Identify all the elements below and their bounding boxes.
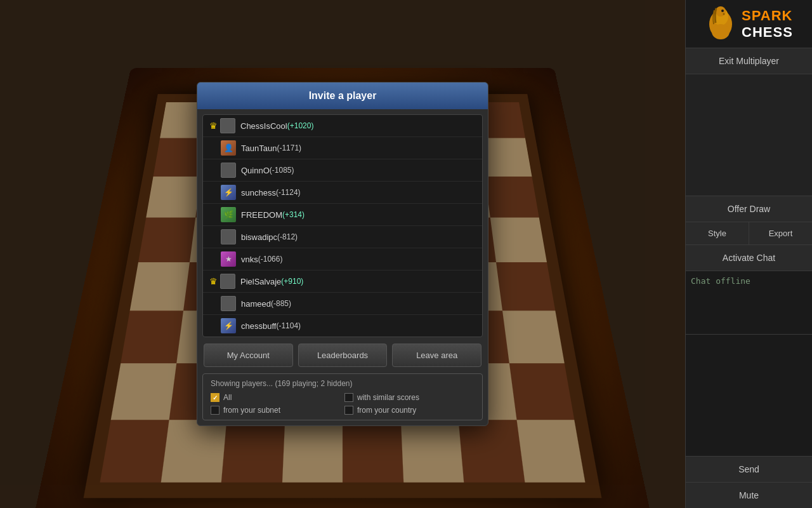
- player-avatar: ⚡: [221, 318, 236, 333]
- filter-title: Showing players... (169 playing; 2 hidde…: [211, 379, 475, 388]
- filter-checkbox-all[interactable]: ✓: [211, 393, 219, 402]
- player-avatar: [221, 296, 236, 311]
- filter-label-all: All: [223, 393, 232, 402]
- leave-area-button[interactable]: Leave area: [392, 344, 481, 367]
- player-item[interactable]: hameed (-885): [203, 293, 482, 315]
- filter-options: ✓Allwith similar scoresfrom your subnetf…: [211, 393, 475, 415]
- filter-label-from_country: from your country: [357, 406, 416, 415]
- player-score: (-1171): [277, 144, 301, 152]
- player-name: hameed: [241, 299, 271, 309]
- player-name: PielSalvaje: [240, 277, 281, 286]
- filter-option-from_subnet[interactable]: from your subnet: [211, 406, 341, 415]
- filter-section: Showing players... (169 playing; 2 hidde…: [202, 373, 483, 420]
- svg-point-5: [712, 24, 730, 39]
- player-item[interactable]: 👤TaunTaun (-1171): [203, 137, 482, 159]
- player-name: sunchess: [241, 188, 276, 197]
- filter-option-from_country[interactable]: from your country: [344, 406, 475, 415]
- player-item[interactable]: ★vnks (-1066): [203, 248, 482, 271]
- player-item[interactable]: biswadipc (-812): [203, 226, 482, 248]
- player-score: (-1066): [258, 255, 283, 264]
- player-score: (-812): [277, 232, 298, 241]
- player-name: biswadipc: [241, 232, 277, 242]
- player-name: vnks: [241, 255, 258, 264]
- player-avatar: [221, 163, 236, 178]
- export-button[interactable]: Export: [749, 222, 812, 244]
- filter-checkbox-similar_scores[interactable]: [344, 393, 353, 402]
- style-button[interactable]: Style: [686, 222, 749, 244]
- logo-text: SPARK CHESS: [742, 8, 793, 41]
- player-score: (+910): [281, 277, 303, 286]
- player-item[interactable]: ⚡chessbuff (-1104): [203, 315, 482, 337]
- dialog-body: ♛ChessIsCool (+1020)👤TaunTaun (-1171)Qui…: [197, 109, 488, 425]
- player-avatar: 🌿: [221, 207, 236, 222]
- filter-label-from_subnet: from your subnet: [223, 406, 280, 415]
- svg-point-3: [721, 10, 724, 12]
- filter-option-all[interactable]: ✓All: [211, 393, 341, 402]
- crown-icon: ♛: [209, 276, 218, 286]
- activate-chat-button[interactable]: Activate Chat: [686, 245, 812, 271]
- sidebar-spacer: [686, 74, 812, 196]
- player-item[interactable]: ♛PielSalvaje (+910): [203, 271, 482, 293]
- svg-point-2: [716, 6, 726, 17]
- filter-checkbox-from_subnet[interactable]: [211, 406, 219, 415]
- player-avatar: [221, 229, 236, 244]
- player-name: ChessIsCool: [240, 121, 287, 131]
- logo-chess: CHESS: [742, 24, 793, 41]
- chat-input-area[interactable]: [686, 335, 812, 457]
- player-name: TaunTaun: [241, 144, 277, 153]
- player-item[interactable]: ♛ChessIsCool (+1020): [203, 115, 482, 137]
- player-score: (-1104): [276, 321, 301, 330]
- filter-checkbox-from_country[interactable]: [344, 406, 353, 415]
- crown-icon: ♛: [209, 121, 218, 131]
- player-avatar: ⚡: [221, 185, 236, 200]
- player-list: ♛ChessIsCool (+1020)👤TaunTaun (-1171)Qui…: [202, 114, 483, 337]
- main-chess-area: Invite a player ♛ChessIsCool (+1020)👤Tau…: [0, 0, 685, 508]
- player-item[interactable]: QuinnO (-1085): [203, 159, 482, 182]
- offer-draw-button[interactable]: Offer Draw: [686, 196, 812, 222]
- sidebar: SPARK CHESS Exit Multiplayer Offer Draw …: [685, 0, 812, 508]
- player-avatar: ★: [221, 251, 236, 267]
- sidebar-logo: SPARK CHESS: [686, 0, 812, 48]
- dialog-buttons: My Account Leaderboards Leave area: [202, 344, 483, 367]
- player-name: QuinnO: [241, 166, 270, 175]
- style-export-buttons: Style Export: [686, 222, 812, 245]
- mute-button[interactable]: Mute: [686, 483, 812, 508]
- chat-offline-text: Chat offline: [691, 276, 750, 286]
- player-score: (-1124): [276, 188, 301, 197]
- dialog-overlay: Invite a player ♛ChessIsCool (+1020)👤Tau…: [0, 0, 685, 508]
- chat-area: Chat offline: [686, 271, 812, 335]
- horse-icon: [705, 5, 737, 43]
- player-item[interactable]: ⚡sunchess (-1124): [203, 182, 482, 204]
- player-score: (+314): [282, 210, 304, 219]
- player-avatar: [220, 118, 235, 133]
- svg-point-4: [723, 13, 725, 15]
- send-button[interactable]: Send: [686, 457, 812, 483]
- player-score: (-885): [271, 299, 291, 308]
- invite-player-dialog: Invite a player ♛ChessIsCool (+1020)👤Tau…: [197, 82, 488, 426]
- player-score: (-1085): [270, 166, 294, 175]
- player-item[interactable]: 🌿FREEDOM (+314): [203, 204, 482, 226]
- player-avatar: [220, 274, 235, 289]
- logo-spark: SPARK: [742, 8, 793, 24]
- dialog-title: Invite a player: [309, 90, 377, 101]
- player-name: FREEDOM: [241, 210, 282, 220]
- filter-label-similar_scores: with similar scores: [357, 393, 419, 402]
- player-score: (+1020): [287, 121, 314, 130]
- player-name: chessbuff: [241, 321, 276, 331]
- exit-multiplayer-button[interactable]: Exit Multiplayer: [686, 48, 812, 74]
- player-avatar: 👤: [221, 140, 236, 156]
- filter-option-similar_scores[interactable]: with similar scores: [344, 393, 475, 402]
- leaderboards-button[interactable]: Leaderboards: [298, 344, 388, 367]
- dialog-header: Invite a player: [197, 83, 488, 109]
- my-account-button[interactable]: My Account: [204, 344, 293, 367]
